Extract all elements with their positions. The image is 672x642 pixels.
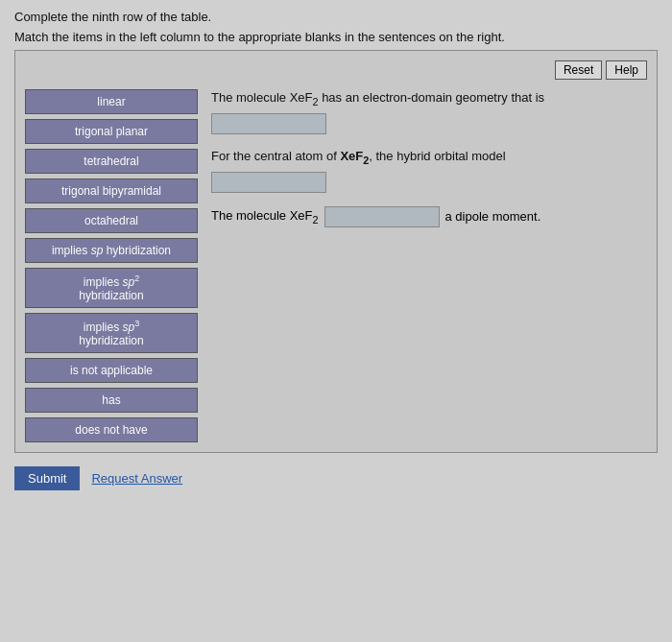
drag-item-implies-sp2[interactable]: implies sp2hybridization bbox=[25, 268, 198, 308]
drop-box-2[interactable] bbox=[211, 172, 326, 193]
drag-item-not-applicable[interactable]: is not applicable bbox=[25, 358, 198, 383]
drag-item-linear[interactable]: linear bbox=[25, 89, 198, 114]
instruction-line1: Complete the ninth row of the table. bbox=[14, 10, 658, 24]
sentence-3-before: The molecule XeF2 bbox=[211, 208, 319, 226]
drag-item-trigonal-planar[interactable]: trigonal planar bbox=[25, 119, 198, 144]
content-area: linear trigonal planar tetrahedral trigo… bbox=[25, 89, 647, 442]
main-container: Reset Help linear trigonal planar tetrah… bbox=[14, 50, 658, 453]
sentence-3-inline: The molecule XeF2 a dipole moment. bbox=[211, 206, 647, 227]
sentences-column: The molecule XeF2 has an electron-domain… bbox=[211, 89, 647, 442]
drag-item-octahedral[interactable]: octahedral bbox=[25, 208, 198, 233]
bottom-bar: Submit Request Answer bbox=[14, 466, 658, 490]
instruction-line2: Match the items in the left column to th… bbox=[14, 30, 658, 44]
drag-item-tetrahedral[interactable]: tetrahedral bbox=[25, 149, 198, 174]
drag-item-has[interactable]: has bbox=[25, 388, 198, 413]
drag-item-implies-sp[interactable]: implies sp hybridization bbox=[25, 238, 198, 263]
submit-button[interactable]: Submit bbox=[14, 466, 80, 490]
drag-item-implies-sp3[interactable]: implies sp3hybridization bbox=[25, 313, 198, 353]
sentence-2-text: For the central atom of XeF2, the hybrid… bbox=[211, 148, 647, 168]
drop-box-3[interactable] bbox=[324, 206, 440, 227]
drag-item-trigonal-bipyramidal[interactable]: trigonal bipyramidal bbox=[25, 178, 198, 203]
sentence-1-text: The molecule XeF2 has an electron-domain… bbox=[211, 89, 647, 109]
drag-item-does-not-have[interactable]: does not have bbox=[25, 417, 198, 442]
top-button-group: Reset Help bbox=[25, 60, 647, 80]
sentence-row-3: The molecule XeF2 a dipole moment. bbox=[211, 206, 647, 227]
help-button[interactable]: Help bbox=[606, 60, 647, 80]
sentence-3-after: a dipole moment. bbox=[445, 209, 541, 224]
drag-items-column: linear trigonal planar tetrahedral trigo… bbox=[25, 89, 198, 442]
sentence-row-1: The molecule XeF2 has an electron-domain… bbox=[211, 89, 647, 134]
reset-button[interactable]: Reset bbox=[555, 60, 602, 80]
request-answer-button[interactable]: Request Answer bbox=[91, 471, 182, 486]
drop-box-1[interactable] bbox=[211, 113, 326, 134]
sentence-row-2: For the central atom of XeF2, the hybrid… bbox=[211, 148, 647, 193]
